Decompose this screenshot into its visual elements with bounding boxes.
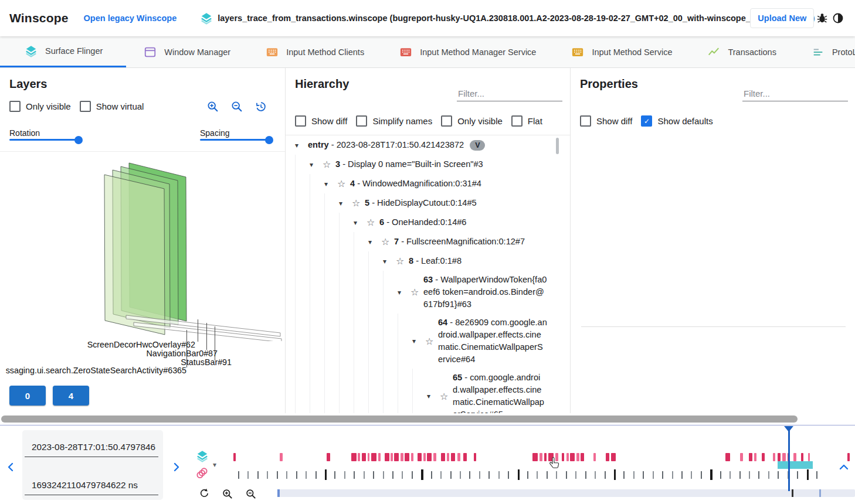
tree-node-8[interactable]: ▾☆8 - Leaf:0:1#8 bbox=[295, 251, 571, 271]
star-icon[interactable]: ☆ bbox=[396, 256, 409, 267]
frame-tick bbox=[469, 471, 470, 479]
indent-guide bbox=[310, 232, 324, 251]
open-legacy-winscope-link[interactable]: Open legacy Winscope bbox=[84, 13, 177, 23]
expander-icon[interactable]: ▾ bbox=[398, 288, 410, 297]
frame-tick bbox=[672, 471, 673, 479]
tab-input-method-service[interactable]: Input Method Service bbox=[554, 36, 690, 67]
leader-line bbox=[198, 319, 198, 342]
expander-icon[interactable]: ▾ bbox=[354, 219, 367, 227]
checkbox-box[interactable] bbox=[295, 115, 306, 127]
expander-icon[interactable]: ▾ bbox=[339, 199, 352, 207]
properties-filter-input[interactable] bbox=[742, 86, 848, 101]
layer-id-button-4[interactable]: 4 bbox=[53, 386, 89, 406]
star-icon[interactable]: ☆ bbox=[381, 236, 394, 247]
checkbox-show-diff[interactable]: Show diff bbox=[295, 115, 347, 127]
transitions-track[interactable] bbox=[0, 453, 855, 461]
zoom-bar-cap-x bbox=[277, 489, 280, 497]
tree-node-entry[interactable]: ▾entry - 2023-08-28T17:01:50.421423872V bbox=[295, 135, 571, 155]
checkbox-box[interactable] bbox=[511, 115, 522, 127]
star-icon[interactable]: ☆ bbox=[367, 217, 379, 228]
checkbox-show-defaults[interactable]: ✓Show defaults bbox=[641, 115, 713, 127]
checkbox-box[interactable] bbox=[356, 115, 367, 127]
checkbox-show-diff[interactable]: Show diff bbox=[580, 115, 632, 127]
checkbox-box[interactable] bbox=[580, 115, 591, 127]
expander-icon[interactable]: ▾ bbox=[324, 180, 337, 188]
spacing-slider[interactable] bbox=[200, 139, 269, 141]
collapse-timeline-button[interactable] bbox=[839, 462, 849, 472]
checkbox-box[interactable] bbox=[80, 101, 91, 112]
transition-mark bbox=[327, 453, 330, 461]
indent-guide bbox=[412, 369, 427, 413]
checkbox-show-virtual[interactable]: Show virtual bbox=[80, 101, 144, 112]
layer-id-button-0[interactable]: 0 bbox=[9, 386, 46, 406]
expander-icon[interactable]: ▾ bbox=[412, 337, 425, 345]
checkbox-only-visible[interactable]: Only visible bbox=[9, 101, 71, 112]
tab-input-method-manager-service[interactable]: Input Method Manager Service bbox=[382, 36, 554, 67]
transition-mark bbox=[581, 453, 584, 461]
frame-tick bbox=[412, 471, 413, 479]
zoom-out-icon[interactable] bbox=[230, 100, 245, 114]
expander-icon[interactable]: ▾ bbox=[383, 257, 396, 265]
expander-icon[interactable]: ▾ bbox=[310, 161, 323, 169]
refresh-icon[interactable] bbox=[199, 488, 210, 499]
star-icon[interactable]: ☆ bbox=[352, 197, 365, 209]
timeline-zoom-in-icon[interactable] bbox=[222, 488, 233, 499]
hierarchy-filter-input[interactable] bbox=[457, 86, 562, 101]
timeline-zoom-range-bar[interactable] bbox=[277, 489, 855, 497]
tab-window-manager[interactable]: Window Manager bbox=[126, 36, 248, 67]
tree-node-label: 65 - com.google.android.wallpaper.effect… bbox=[453, 369, 547, 413]
playhead-line[interactable] bbox=[788, 426, 790, 491]
star-icon[interactable]: ☆ bbox=[425, 336, 438, 347]
tree-node-5[interactable]: ▾☆5 - HideDisplayCutout:0:14#5 bbox=[295, 193, 571, 213]
horizontal-scrollbar[interactable] bbox=[0, 414, 855, 425]
frame-tick bbox=[585, 471, 586, 479]
tree-node-4[interactable]: ▾☆4 - WindowedMagnification:0:31#4 bbox=[295, 174, 571, 193]
tree-node-64[interactable]: ▾☆64 - 8e26909 com.google.android.wallpa… bbox=[295, 314, 571, 369]
horizontal-scrollbar-thumb[interactable] bbox=[1, 416, 798, 423]
star-icon[interactable]: ☆ bbox=[440, 391, 453, 402]
tree-node-7[interactable]: ▾☆7 - FullscreenMagnification:0:12#7 bbox=[295, 232, 571, 251]
frame-tick bbox=[238, 471, 239, 479]
checkbox-box[interactable] bbox=[441, 115, 452, 127]
star-icon[interactable]: ☆ bbox=[337, 178, 350, 189]
checkbox-simplify-names[interactable]: Simplify names bbox=[356, 115, 432, 127]
tree-node-3[interactable]: ▾☆3 - Display 0 name="Built-in Screen"#3 bbox=[295, 155, 571, 174]
zoom-in-icon[interactable] bbox=[206, 100, 220, 114]
checkbox-box[interactable] bbox=[9, 101, 21, 112]
trace-selector-caret-icon[interactable]: ▾ bbox=[213, 461, 216, 469]
frames-track[interactable] bbox=[0, 469, 855, 480]
tab-protolog[interactable]: ProtoLog bbox=[794, 36, 855, 67]
expander-icon[interactable]: ▾ bbox=[368, 238, 381, 246]
frame-tick bbox=[488, 471, 490, 479]
timeline-zoom-out-icon[interactable] bbox=[245, 488, 257, 499]
transition-mark bbox=[423, 453, 426, 461]
rotation-slider-thumb[interactable] bbox=[74, 136, 83, 144]
layers-3d-scene[interactable] bbox=[0, 151, 285, 341]
indent-guide bbox=[368, 314, 383, 369]
star-icon[interactable]: ☆ bbox=[410, 287, 423, 298]
checkbox-label: Show defaults bbox=[657, 116, 713, 126]
checkbox-only-visible[interactable]: Only visible bbox=[441, 115, 503, 127]
upload-new-button[interactable]: Upload New bbox=[750, 8, 814, 28]
expander-icon[interactable]: ▾ bbox=[427, 392, 440, 400]
tree-node-6[interactable]: ▾☆6 - OneHanded:0:14#6 bbox=[295, 213, 571, 232]
checkbox-flat[interactable]: Flat bbox=[511, 115, 542, 127]
star-icon[interactable]: ☆ bbox=[323, 159, 335, 170]
keyboard-icon bbox=[399, 46, 412, 59]
expander-icon[interactable]: ▾ bbox=[295, 141, 308, 149]
dark-mode-icon[interactable] bbox=[830, 9, 846, 27]
tree-node-65[interactable]: ▾☆65 - com.google.android.wallpaper.effe… bbox=[295, 369, 571, 413]
spacing-slider-thumb[interactable] bbox=[265, 136, 273, 144]
frame-tick bbox=[643, 471, 644, 479]
reset-view-icon[interactable] bbox=[255, 100, 269, 114]
frame-tick bbox=[498, 471, 500, 479]
tab-surface-flinger[interactable]: Surface Flinger bbox=[0, 36, 126, 67]
tab-transactions[interactable]: Transactions bbox=[690, 36, 793, 67]
checkbox-box[interactable]: ✓ bbox=[641, 115, 652, 127]
tab-input-method-clients[interactable]: Input Method Clients bbox=[248, 36, 382, 67]
bug-report-icon[interactable] bbox=[814, 9, 830, 27]
tree-node-63[interactable]: ▾☆63 - WallpaperWindowToken{fa0eef6 toke… bbox=[295, 271, 571, 314]
hierarchy-scrollbar[interactable] bbox=[556, 138, 559, 154]
frame-tick bbox=[547, 471, 548, 479]
rotation-slider[interactable] bbox=[9, 139, 79, 141]
